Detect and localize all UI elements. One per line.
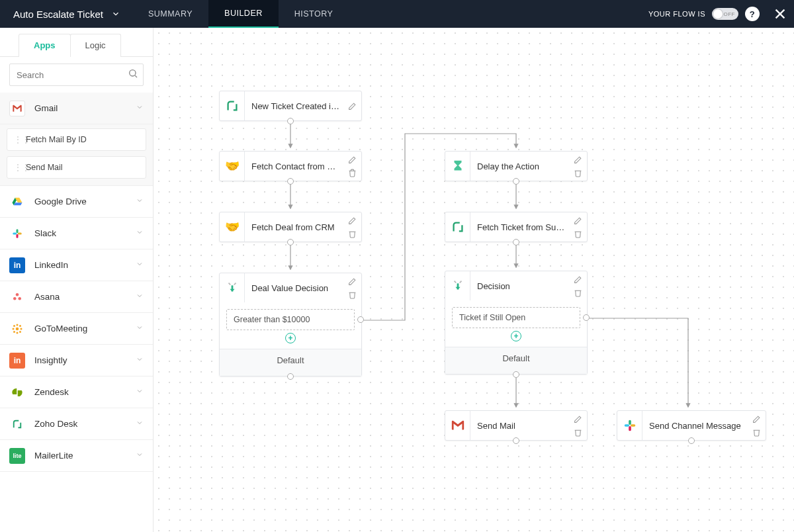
help-button[interactable]: ? <box>745 7 760 21</box>
svg-point-9 <box>16 293 19 296</box>
edit-icon[interactable] <box>572 216 583 227</box>
svg-point-18 <box>19 325 21 327</box>
trash-icon[interactable] <box>572 230 583 240</box>
edit-icon[interactable] <box>347 155 357 166</box>
trash-icon[interactable] <box>572 169 583 179</box>
crm-icon: 🤝 <box>220 212 245 242</box>
node-decision[interactable]: Decision Ticket if Still Open + Default <box>445 271 588 375</box>
sidebar-tab-apps[interactable]: Apps <box>19 34 71 57</box>
connector-port[interactable] <box>513 371 519 378</box>
trash-icon[interactable] <box>572 288 583 299</box>
search-input-wrap <box>9 64 144 86</box>
action-send-mail[interactable]: ⋮⋮ Send Mail <box>7 156 146 179</box>
app-slack[interactable]: Slack <box>0 218 153 249</box>
connector-port[interactable] <box>688 437 695 444</box>
connector-port[interactable] <box>287 178 294 185</box>
tab-history[interactable]: HISTORY <box>279 0 349 28</box>
app-gmail[interactable]: Gmail <box>0 93 153 124</box>
edit-icon[interactable] <box>572 275 583 286</box>
trash-icon[interactable] <box>572 428 583 439</box>
connector-port[interactable] <box>583 314 590 321</box>
trash-icon[interactable] <box>347 230 357 240</box>
decision-default[interactable]: Default <box>220 349 361 376</box>
search-input[interactable] <box>17 70 128 80</box>
add-condition-button[interactable]: + <box>285 333 296 343</box>
close-button[interactable] <box>766 0 794 28</box>
slack-icon <box>9 226 25 242</box>
flow-canvas[interactable]: New Ticket Created in ... 🤝 Fetch Contac… <box>154 28 794 532</box>
app-label: Asana <box>34 292 60 302</box>
trash-icon[interactable] <box>347 290 357 301</box>
app-zoho-desk[interactable]: Zoho Desk <box>0 408 153 440</box>
slack-icon <box>617 411 642 440</box>
chevron-down-icon <box>111 9 120 19</box>
edit-icon[interactable] <box>347 102 357 112</box>
trash-icon[interactable] <box>751 428 762 439</box>
chevron-down-icon <box>136 451 144 461</box>
edit-icon[interactable] <box>347 216 357 227</box>
tab-builder[interactable]: BUILDER <box>208 0 279 28</box>
add-condition-button[interactable]: + <box>511 331 521 341</box>
drag-handle-icon: ⋮⋮ <box>14 165 19 169</box>
svg-rect-29 <box>629 420 631 425</box>
app-label: Slack <box>34 228 56 238</box>
chevron-down-icon <box>136 260 144 270</box>
gmail-icon <box>445 411 470 440</box>
app-google-drive[interactable]: Google Drive <box>0 186 153 218</box>
app-insightly[interactable]: in Insightly <box>0 345 153 377</box>
gotomeeting-icon <box>9 321 25 337</box>
node-delay-action[interactable]: Delay the Action <box>445 151 588 181</box>
app-asana[interactable]: Asana <box>0 281 153 313</box>
chevron-down-icon <box>136 355 144 365</box>
flow-title-wrap[interactable]: Auto Escalate Ticket <box>0 0 132 28</box>
svg-rect-30 <box>629 426 631 431</box>
app-gotomeeting[interactable]: GoToMeeting <box>0 313 153 345</box>
flow-status-label: YOUR FLOW IS <box>648 10 705 18</box>
edit-icon[interactable] <box>751 415 762 425</box>
decision-condition[interactable]: Greater than $10000 <box>226 309 355 330</box>
crm-icon: 🤝 <box>220 152 245 181</box>
svg-point-12 <box>16 327 19 330</box>
chevron-down-icon <box>136 387 144 397</box>
app-linkedin[interactable]: in LinkedIn <box>0 249 153 281</box>
connector-port[interactable] <box>287 373 294 380</box>
node-fetch-ticket[interactable]: Fetch Ticket from Supp... <box>445 212 588 242</box>
flow-title: Auto Escalate Ticket <box>13 9 103 20</box>
app-zendesk[interactable]: Zendesk <box>0 377 153 408</box>
node-deal-value-decision[interactable]: Deal Value Decision Greater than $10000 … <box>219 273 362 377</box>
connector-port[interactable] <box>513 239 519 245</box>
app-mailerlite[interactable]: lite MailerLite <box>0 440 153 472</box>
app-label: Insightly <box>34 355 67 365</box>
tab-summary[interactable]: SUMMARY <box>132 0 208 28</box>
app-gmail-actions: ⋮⋮ Fetch Mail By ID ⋮⋮ Send Mail <box>0 124 153 186</box>
connector-port[interactable] <box>513 437 519 444</box>
svg-point-20 <box>19 331 21 333</box>
flow-status: YOUR FLOW IS OFF ? <box>648 0 766 28</box>
svg-point-15 <box>13 328 15 330</box>
node-send-channel-message[interactable]: Send Channel Message <box>617 410 766 441</box>
trash-icon[interactable] <box>347 169 357 179</box>
edit-icon[interactable] <box>347 277 357 288</box>
top-tabs: SUMMARY BUILDER HISTORY <box>132 0 349 28</box>
linkedin-icon: in <box>9 257 25 273</box>
action-fetch-mail-by-id[interactable]: ⋮⋮ Fetch Mail By ID <box>7 128 146 151</box>
svg-rect-8 <box>17 234 19 238</box>
node-fetch-contact[interactable]: 🤝 Fetch Contact from CRM <box>219 151 362 181</box>
edit-icon[interactable] <box>572 415 583 425</box>
node-fetch-deal[interactable]: 🤝 Fetch Deal from CRM <box>219 212 362 242</box>
svg-rect-6 <box>18 232 22 234</box>
flow-toggle[interactable]: OFF <box>712 8 738 20</box>
decision-default[interactable]: Default <box>445 347 587 374</box>
app-label: Gmail <box>34 103 58 113</box>
zoho-desk-icon <box>9 416 25 432</box>
node-new-ticket[interactable]: New Ticket Created in ... <box>219 91 362 121</box>
connector-port[interactable] <box>513 178 519 185</box>
node-send-mail[interactable]: Send Mail <box>445 410 588 441</box>
edit-icon[interactable] <box>572 155 583 166</box>
svg-rect-5 <box>13 232 17 234</box>
decision-condition[interactable]: Ticket if Still Open <box>452 307 580 328</box>
connector-port[interactable] <box>357 316 364 323</box>
connector-port[interactable] <box>287 239 294 245</box>
connector-port[interactable] <box>287 118 294 124</box>
sidebar-tab-logic[interactable]: Logic <box>70 34 121 57</box>
